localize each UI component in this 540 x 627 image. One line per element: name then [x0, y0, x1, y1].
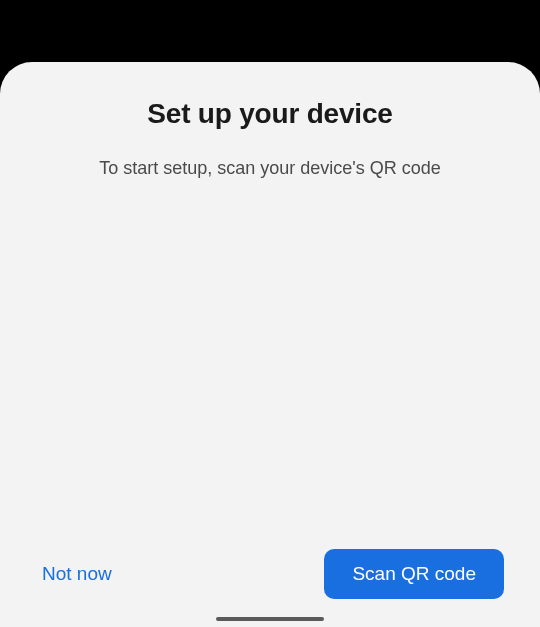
setup-dialog-sheet: Set up your device To start setup, scan …	[0, 62, 540, 627]
not-now-button[interactable]: Not now	[42, 553, 112, 595]
button-row: Not now Scan QR code	[36, 549, 504, 627]
dialog-title: Set up your device	[36, 98, 504, 130]
gesture-nav-bar[interactable]	[216, 617, 324, 621]
dialog-subtitle: To start setup, scan your device's QR co…	[36, 158, 504, 179]
scan-qr-button[interactable]: Scan QR code	[324, 549, 504, 599]
spacer	[36, 179, 504, 549]
